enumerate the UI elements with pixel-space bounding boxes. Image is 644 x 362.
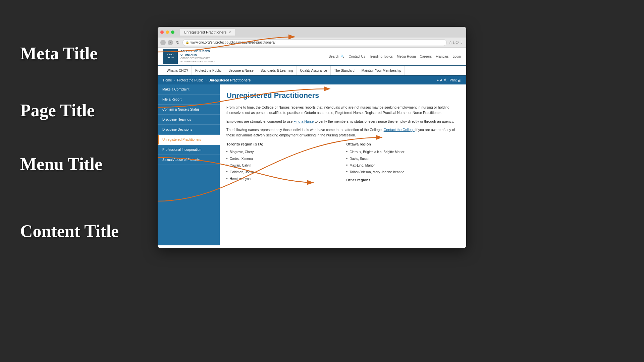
label-content-title: Content Title [20, 221, 119, 241]
ottawa-column: Ottawa region Cleroux, Brigitte a.k.a. B… [346, 141, 460, 183]
breadcrumb-right: A A A Print 🖨 [437, 78, 461, 82]
refresh-button[interactable]: ↻ [175, 40, 180, 45]
nav-become-nurse[interactable]: Become a Nurse [225, 66, 257, 75]
toolbar-icons: ☆ ℹ ⬡ ⋮ [449, 40, 464, 45]
main-nav: What is CNO? Protect the Public Become a… [158, 65, 466, 76]
font-large[interactable]: A [444, 78, 446, 82]
para-3-prefix: The following names represent only those… [226, 128, 384, 132]
logo-en: College of Nurses of Ontario [180, 49, 215, 57]
browser-titlebar: Unregistered Practitioners ✕ [158, 27, 466, 38]
toronto-heading: Toronto region (GTA) [226, 141, 340, 147]
careers-link[interactable]: Careers [420, 55, 432, 58]
list-item: Blagrove, Cheryl [226, 149, 340, 155]
logo-fr: Ordre des infirmières et infirmiers de l… [180, 57, 215, 63]
font-medium[interactable]: A [440, 78, 442, 82]
dot-green[interactable] [171, 31, 174, 34]
page-heading: Unregistered Practitioners [226, 90, 460, 101]
contact-us-link[interactable]: Contact Us [348, 55, 365, 58]
font-small[interactable]: A [437, 79, 439, 82]
toronto-column: Toronto region (GTA) Blagrove, Cheryl Co… [226, 141, 340, 183]
breadcrumb-current: Unregistered Practitioners [209, 78, 251, 82]
sidebar-item-discipline-decisions[interactable]: Discipline Decisions [158, 125, 220, 135]
sidebar: Make a Complaint File a Report Confirm a… [158, 84, 220, 245]
content-area: Make a Complaint File a Report Confirm a… [158, 84, 466, 245]
forward-button[interactable]: › [168, 40, 173, 45]
para-2-suffix: to verify the membership status of every… [314, 119, 454, 123]
nav-what-is-cno[interactable]: What is CNO? [163, 66, 192, 75]
site-logo: CNO OTTO College of Nurses of Ontario Or… [163, 49, 215, 64]
sidebar-item-confirm-nurse-status[interactable]: Confirm a Nurse's Status [158, 105, 220, 115]
dot-yellow[interactable] [166, 31, 169, 34]
search-icon[interactable]: 🔍 [340, 55, 344, 58]
dot-red[interactable] [160, 31, 164, 34]
toronto-list: Blagrove, Cheryl Cortez, Ximena Cowan, C… [226, 149, 340, 181]
para-1: From time to time, the College of Nurses… [226, 105, 460, 116]
region-columns: Toronto region (GTA) Blagrove, Cheryl Co… [226, 141, 460, 183]
francais-link[interactable]: Français [436, 55, 448, 58]
extensions-icon[interactable]: ⬡ [455, 40, 459, 45]
settings-icon[interactable]: ⋮ [460, 40, 464, 45]
list-item: Talbot-Brisson, Mary Joanne Ireanne [346, 170, 460, 175]
website: CNO OTTO College of Nurses of Ontario Or… [158, 48, 466, 248]
tab-close-icon[interactable]: ✕ [228, 31, 231, 34]
list-item: Cortez, Ximena [226, 156, 340, 161]
para-2: Employers are strongly encouraged to use… [226, 119, 460, 124]
sidebar-item-sexual-abuse-patients[interactable]: Sexual Abuse of Patients [158, 155, 220, 165]
label-page-title: Page Title [20, 101, 95, 120]
browser-toolbar: ‹ › ↻ 🔒 www.cno.org/en/protect-public/un… [158, 38, 466, 48]
list-item: Cowan, Calvin [226, 163, 340, 168]
label-menu-title: Menu Title [20, 154, 102, 174]
site-topbar: CNO OTTO College of Nurses of Ontario Or… [158, 48, 466, 65]
tab-title: Unregistered Practitioners [184, 30, 226, 34]
sidebar-item-professional-incorporation[interactable]: Professional Incorporation [158, 145, 220, 155]
sidebar-item-make-complaint[interactable]: Make a Complaint [158, 84, 220, 95]
sidebar-item-unregistered-practitioners[interactable]: Unregistered Practitioners [158, 135, 220, 145]
list-item: Max-Lino, Marion [346, 163, 460, 168]
breadcrumb-section[interactable]: Protect the Public [177, 78, 203, 82]
site-toplinks: Search 🔍 Contact Us Trending Topics Medi… [329, 55, 461, 58]
sidebar-item-discipline-hearings[interactable]: Discipline Hearings [158, 115, 220, 125]
nav-quality-assurance[interactable]: Quality Assurance [297, 66, 331, 75]
font-size-controls: A A A [437, 78, 446, 82]
nav-the-standard[interactable]: The Standard [331, 66, 358, 75]
find-a-nurse-link[interactable]: Find a Nurse [293, 119, 314, 123]
other-regions-heading: Other regions [346, 177, 460, 183]
breadcrumb-bar: Home › Protect the Public › Unregistered… [158, 76, 466, 84]
contact-college-link[interactable]: Contact the College [384, 128, 415, 132]
search-wrap[interactable]: Search 🔍 [329, 55, 345, 58]
sidebar-item-file-report[interactable]: File a Report [158, 95, 220, 105]
breadcrumb-home[interactable]: Home [163, 78, 172, 82]
breadcrumb-sep-1: › [174, 78, 175, 82]
breadcrumb: Home › Protect the Public › Unregistered… [163, 78, 251, 82]
search-label: Search [329, 55, 339, 58]
nav-protect-public[interactable]: Protect the Public [192, 66, 225, 75]
nav-standards-learning[interactable]: Standards & Learning [257, 66, 297, 75]
logo-icon: CNO OTTO [163, 49, 178, 64]
list-item: Davis, Susan [346, 156, 460, 161]
list-item: Cleroux, Brigitte a.k.a. Brigitte Marier [346, 149, 460, 155]
ottawa-heading: Ottawa region [346, 141, 460, 147]
media-room-link[interactable]: Media Room [397, 55, 416, 58]
main-content: Unregistered Practitioners From time to … [220, 84, 466, 245]
trending-topics-link[interactable]: Trending Topics [369, 55, 393, 58]
label-meta-title: Meta Title [20, 44, 98, 63]
ottawa-list: Cleroux, Brigitte a.k.a. Brigitte Marier… [346, 149, 460, 175]
info-icon[interactable]: ℹ [453, 40, 454, 45]
nav-maintain-membership[interactable]: Maintain Your Membership [358, 66, 405, 75]
para-3: The following names represent only those… [226, 127, 460, 138]
browser-window: Unregistered Practitioners ✕ ‹ › ↻ 🔒 www… [158, 27, 466, 248]
url-text: www.cno.org/en/protect-public/unregister… [191, 41, 275, 44]
browser-tab[interactable]: Unregistered Practitioners ✕ [180, 29, 235, 36]
para-2-prefix: Employers are strongly encouraged to use [226, 119, 293, 123]
list-item: Hemlow, Lynn [226, 176, 340, 181]
url-bar[interactable]: 🔒 www.cno.org/en/protect-public/unregist… [182, 39, 447, 46]
star-icon[interactable]: ☆ [449, 40, 452, 45]
logo-abbr: CNO OTTO [167, 53, 174, 59]
back-button[interactable]: ‹ [160, 40, 166, 45]
login-link[interactable]: Login [453, 55, 461, 58]
breadcrumb-sep-2: › [205, 78, 206, 82]
logo-text: College of Nurses of Ontario Ordre des i… [180, 49, 215, 63]
print-button[interactable]: Print 🖨 [450, 78, 461, 82]
lock-icon: 🔒 [185, 41, 189, 44]
list-item: Goldman, Joella [226, 170, 340, 175]
